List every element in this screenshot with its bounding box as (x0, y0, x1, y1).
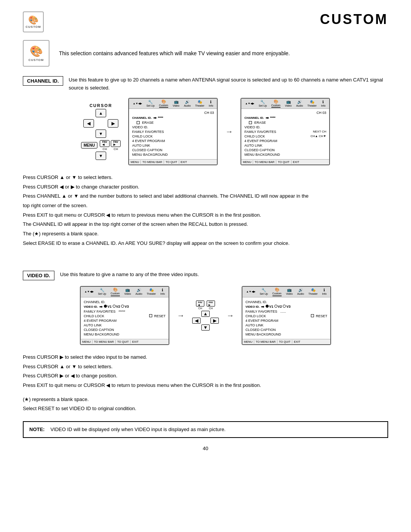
arrow-between-1: → (225, 127, 233, 136)
cursor-left-btn[interactable]: ◀ (83, 119, 94, 128)
fav-ch-group: FAV◀ CH FAV▶ CH (100, 140, 121, 151)
note-box: NOTE: VIDEO ID will be displayed only wh… (23, 421, 388, 438)
tv-content-4: CHANNEL ID. VIDEO ID. ➡ V1 V2 V3 FAMILY … (242, 297, 330, 339)
fav-btn-small-left[interactable]: FAV◀ (196, 300, 204, 307)
small-right[interactable]: ▶ (210, 318, 219, 324)
tv-screen-4: ▲▼◀▶ 🔧Set Up 🎨Custom 📺Video 🔊Audio 🎭Thea… (242, 286, 331, 345)
tv2-family-fav-row: FAMILY FAVORITES NEXT CH (244, 130, 326, 134)
tv2-video-id-row: VIDEO ID. (244, 125, 326, 129)
cursor-down-btn2[interactable]: ▼ (96, 152, 106, 160)
tv-screen-2: ▲▼◀▶ 🔧Set Up 🎨Custom 📺Video 🔊Audio 🎭Thea… (241, 98, 330, 165)
cursor-right-btn[interactable]: ▶ (108, 119, 118, 128)
vid-instruction-6: Select RESET to set VIDEO ID to original… (23, 404, 388, 414)
vid-instruction-2: Press CURSOR ▲ or ▼ to select letters. (23, 362, 388, 372)
tv3-family-fav: FAMILY FAVORITES ***** (84, 310, 166, 313)
tv-screen-1: ▲▼◀▶ 🔧Set Up 🎨Custom 📺Video 🔊Audio 🎭Thea… (128, 98, 218, 165)
tv-menubar-2: ▲▼◀▶ 🔧Set Up 🎨Custom 📺Video 🔊Audio 🎭Thea… (241, 99, 329, 109)
fav-ch-small: FAV◀ CH FAV▶ CH (196, 300, 215, 310)
tv2-autolink-row: AUTO LINK (244, 144, 326, 147)
menubar4-custom: 🎨Custom (272, 288, 282, 296)
menubar2-setup: 🔧Set Up (259, 100, 267, 107)
cursor-down-area: ▼ (96, 152, 106, 160)
channel-id-diagrams: CURSOR ▲ ◀ ▶ ▼ MENU FAV◀ CH (23, 98, 388, 165)
tv-screen-3: ▲▼◀▶ 🔧Set Up 🎨Custom 📺Video 🔊Audio 🎭Thea… (80, 286, 169, 345)
menubar4-audio: 🔊Audio (297, 288, 304, 296)
menubar-info: ℹInfo (209, 100, 213, 107)
video-id-diagrams: ▲▼◀▶ 🔧Set Up 🎨Custom 📺Video 🔊Audio 🎭Thea… (23, 286, 388, 345)
fav-btn-left[interactable]: FAV◀ (100, 140, 110, 147)
tv-content-1: CH 03 CHANNEL ID. ➡ **** ERASE VIDEO ID.… (129, 109, 217, 159)
menubar2-info: ℹInfo (321, 100, 326, 107)
tv-child-lock-row: CHILD LOCK (132, 134, 214, 138)
tv2-closed-caption-row: CLOSED CAPTION (244, 148, 326, 152)
tv-content-2: CH 03 CHANNEL ID. ➡ **** ERASE VIDEO ID.… (241, 109, 329, 159)
tv2-4event-row: 4 EVENT PROGRAM (244, 139, 326, 143)
menubar2-custom: 🎨Custom (271, 99, 280, 108)
intro-icon-label: CUSTOM (29, 58, 44, 62)
small-up[interactable]: ▲ (201, 311, 210, 317)
tv-menubar-1: ▲▼◀▶ 🔧Set Up 🎨Custom 📺Video 🔊Audio 🎭Thea… (129, 99, 217, 109)
header-icon: 🎨 CUSTOM (23, 11, 44, 32)
tv3-closed-caption: CLOSED CAPTION (84, 328, 166, 332)
tv4-4event: 4 EVENT PROGRAM (245, 319, 327, 323)
menubar4-arrow: ▲▼◀▶ (246, 290, 255, 293)
instruction-3: Press CHANNEL ▲ or ▼ and the number butt… (23, 192, 388, 210)
tv-bottom-3: MENU TO MENU BAR TO QUIT EXIT (81, 339, 169, 344)
fav-btn-right[interactable]: FAV▶ (111, 140, 121, 147)
menubar-arrow: ▲▼◀▶ (133, 102, 142, 105)
tv-content-3: CHANNEL ID. VIDEO ID. ➡ V1 V2 V3 FAMILY … (81, 297, 169, 339)
child-lock-checkbox-2 (311, 314, 314, 317)
menu-btn-row: MENU FAV◀ CH FAV▶ CH (81, 140, 121, 151)
menubar-video: 📺Video (173, 100, 180, 107)
tv3-child-lock: CHILD LOCK RESET (84, 314, 166, 318)
vid-instruction-3: Press CURSOR ▶ or ◀ to change position. (23, 371, 388, 381)
tv-video-id-row: VIDEO ID. (132, 125, 214, 129)
header-icon-label: CUSTOM (25, 25, 41, 29)
erase-checkbox (137, 121, 140, 124)
tv3-channel-id: CHANNEL ID. (84, 300, 166, 304)
small-down[interactable]: ▼ (201, 324, 210, 331)
tv4-channel-id: CHANNEL ID. (245, 300, 327, 304)
tv4-closed-caption: CLOSED CAPTION (245, 328, 327, 332)
channel-id-section: CHANNEL ID. Use this feature to give up … (23, 76, 388, 92)
menubar3-arrow: ▲▼◀▶ (84, 290, 94, 293)
tv-autolink-row: AUTO LINK (132, 144, 214, 147)
menubar4-info: ℹInfo (322, 288, 327, 296)
menubar3-custom: 🎨Custom (111, 288, 120, 296)
note-label: NOTE: (29, 426, 45, 433)
channel-id-label: CHANNEL ID. (23, 76, 63, 86)
tv2-menu-bg-row: MENU BACKGROUND (244, 153, 326, 157)
tv-ch-1: CH 03 (132, 111, 214, 115)
custom-icon-large: 🎨 (30, 45, 43, 58)
menubar4-video: 📺Video (286, 288, 293, 296)
cursor-down-btn[interactable]: ▼ (96, 129, 106, 138)
menubar-custom: 🎨Custom (159, 99, 168, 108)
fav-btn-small-right[interactable]: FAV▶ (207, 300, 215, 307)
tv4-menu-bg: MENU BACKGROUND (245, 332, 327, 336)
vid-instruction-5: (★) represents a blank space. (23, 395, 388, 404)
cursor-buttons: ▲ ◀ ▶ ▼ (83, 109, 119, 139)
cursor-up-btn[interactable]: ▲ (96, 109, 106, 117)
menubar-audio: 🔊Audio (184, 100, 191, 107)
small-left[interactable]: ◀ (192, 318, 201, 324)
menubar3-info: ℹInfo (160, 288, 165, 296)
video-id-section: VIDEO ID. Use this feature to give a nam… (23, 271, 388, 438)
tv-bottom-2: MENU TO MENU BAR TO QUIT EXIT (241, 159, 329, 165)
fav-label-ch: CH (102, 147, 107, 151)
tv-family-fav-row: FAMILY FAVORITES (132, 130, 214, 134)
tv3-autolink: AUTO LINK (84, 323, 166, 327)
video-id-row: VIDEO ID. Use this feature to give a nam… (23, 271, 388, 280)
tv4-video-id-row: VIDEO ID. ➡ V1 V2 V3 (245, 305, 327, 309)
intro-section: 🎨 CUSTOM This selection contains advance… (23, 40, 388, 67)
tv2-channel-id-row: CHANNEL ID. ➡ **** (244, 116, 326, 120)
tv-menubar-3: ▲▼◀▶ 🔧Set Up 🎨Custom 📺Video 🔊Audio 🎭Thea… (81, 287, 169, 297)
menu-btn[interactable]: MENU (81, 142, 97, 149)
instruction-7: Select ERASE ID to erase a CHANNEL ID. A… (23, 239, 388, 248)
page-title: CUSTOM (44, 11, 388, 27)
tv4-family-fav: FAMILY FAVORITES ...... (245, 310, 327, 313)
instruction-6: The (★) represents a blank space. (23, 229, 388, 239)
tv-menubar-4: ▲▼◀▶ 🔧Set Up 🎨Custom 📺Video 🔊Audio 🎭Thea… (242, 287, 330, 297)
menubar4-theater: 🎭Theater (309, 288, 318, 296)
header: 🎨 CUSTOM CUSTOM (23, 11, 388, 32)
vid-instruction-4: Press EXIT to quit menu or CURSOR ◀ to r… (23, 381, 388, 390)
